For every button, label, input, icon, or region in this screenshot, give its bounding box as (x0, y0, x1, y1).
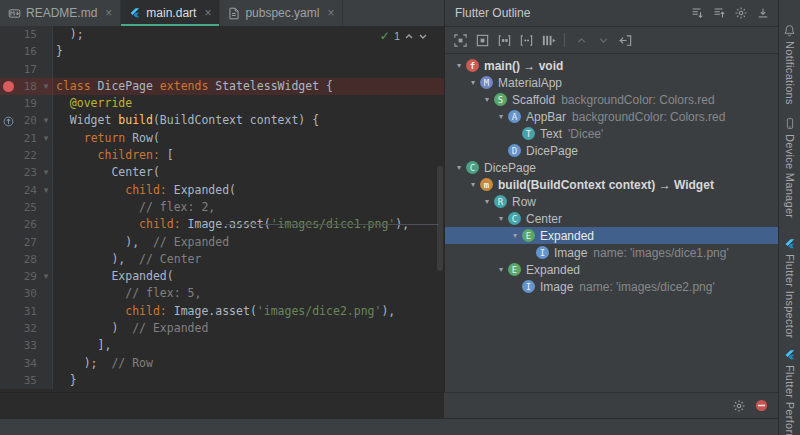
line-number[interactable]: 30 (16, 285, 40, 302)
code-line-25[interactable]: 25 // flex: 2, (0, 199, 444, 216)
fold-chevron-icon[interactable]: ▾ (40, 112, 52, 129)
outline-node-appbar[interactable]: ▾AAppBarbackgroundColor: Colors.red (445, 108, 779, 125)
line-number[interactable]: 34 (16, 355, 40, 372)
wrap-with-row-icon[interactable] (494, 31, 514, 49)
editor-gutter[interactable]: 30 (0, 285, 53, 302)
expand-chevron-icon[interactable]: ▾ (453, 163, 465, 172)
line-number[interactable]: 32 (16, 320, 40, 337)
outline-node-build-buildcontext-context-widget[interactable]: ▾mbuild(BuildContext context) → Widget (445, 176, 779, 193)
code-line-16[interactable]: 16} (0, 43, 444, 60)
line-number[interactable]: 35 (16, 372, 40, 389)
settings-gear-icon[interactable] (731, 4, 751, 22)
tab-readme-md[interactable]: README.md× (0, 0, 121, 26)
code-line-32[interactable]: 32 ) // Expanded (0, 320, 444, 337)
wrap-with-column-icon[interactable] (516, 31, 536, 49)
expand-chevron-icon[interactable]: ▾ (481, 197, 493, 206)
center-widget-icon[interactable] (450, 31, 470, 49)
expand-chevron-icon[interactable]: ▾ (467, 78, 479, 87)
close-tab-icon[interactable]: × (204, 7, 211, 19)
outline-node-row[interactable]: ▾RRow (445, 193, 779, 210)
line-number[interactable]: 15 (16, 26, 40, 43)
sidebar-item-flutter-inspector[interactable]: Flutter Inspector (784, 238, 796, 339)
editor-gutter[interactable]: 21▾ (0, 130, 53, 147)
move-down-icon[interactable] (593, 31, 613, 49)
editor-gutter[interactable]: 31 (0, 303, 53, 320)
line-number[interactable]: 24 (16, 182, 40, 199)
fold-chevron-icon[interactable]: ▾ (40, 268, 52, 285)
outline-node-dicepage[interactable]: DDicePage (445, 142, 779, 159)
hide-panel-icon[interactable] (753, 4, 773, 22)
editor-gutter[interactable]: 20▾ (0, 112, 53, 129)
outline-node-scaffold[interactable]: ▾SScaffoldbackgroundColor: Colors.red (445, 91, 779, 108)
line-number[interactable]: 23 (16, 164, 40, 181)
extract-widget-icon[interactable] (615, 31, 635, 49)
outline-node-center[interactable]: ▾CCenter (445, 210, 779, 227)
code-line-20[interactable]: 20▾ Widget build(BuildContext context) { (0, 112, 444, 129)
outline-node-main-void[interactable]: ▾fmain() → void (445, 57, 779, 74)
line-number[interactable]: 28 (16, 251, 40, 268)
padding-icon[interactable] (472, 31, 492, 49)
editor-gutter[interactable]: 18▾ (0, 78, 53, 95)
fold-chevron-icon[interactable]: ▾ (40, 164, 52, 181)
code-line-22[interactable]: 22 children: [ (0, 147, 444, 164)
code-editor[interactable]: 15 );16}1718▾class DicePage extends Stat… (0, 26, 444, 392)
line-number[interactable]: 33 (16, 337, 40, 354)
close-tab-icon[interactable]: × (105, 7, 112, 19)
line-number[interactable]: 17 (16, 61, 40, 78)
editor-gutter[interactable]: 32 (0, 320, 53, 337)
expand-chevron-icon[interactable]: ▾ (495, 112, 507, 121)
line-number[interactable]: 29 (16, 268, 40, 285)
editor-gutter[interactable]: 33 (0, 337, 53, 354)
code-line-19[interactable]: 19 @override (0, 95, 444, 112)
code-line-31[interactable]: 31 child: Image.asset('images/dice2.png'… (0, 303, 444, 320)
code-line-15[interactable]: 15 ); (0, 26, 444, 43)
breakpoint-icon[interactable] (0, 81, 16, 92)
line-number[interactable]: 26 (16, 216, 40, 233)
editor-gutter[interactable]: 15 (0, 26, 53, 43)
editor-gutter[interactable]: 17 (0, 61, 53, 78)
expand-all-icon[interactable] (687, 4, 707, 22)
editor-scrollbar[interactable] (437, 166, 443, 271)
line-number[interactable]: 21 (16, 130, 40, 147)
sidebar-item-device-manager[interactable]: Device Manager (784, 117, 796, 218)
sidebar-item-notifications[interactable]: Notifications (783, 24, 796, 105)
fold-chevron-icon[interactable]: ▾ (40, 130, 52, 147)
editor-gutter[interactable]: 25 (0, 199, 53, 216)
settings-gear-icon[interactable] (732, 399, 746, 413)
editor-gutter[interactable]: 35 (0, 372, 53, 389)
outline-node-expanded[interactable]: ▾EExpanded (445, 227, 779, 244)
outline-node-expanded[interactable]: ▾EExpanded (445, 261, 779, 278)
tab-pubspec-yaml[interactable]: pubspec.yaml× (220, 0, 343, 26)
editor-gutter[interactable]: 16 (0, 43, 53, 60)
code-line-21[interactable]: 21▾ return Row( (0, 130, 444, 147)
code-line-28[interactable]: 28 ), // Center (0, 251, 444, 268)
fold-chevron-icon[interactable]: ▾ (40, 182, 52, 199)
code-line-35[interactable]: 35 } (0, 372, 444, 389)
line-number[interactable]: 27 (16, 234, 40, 251)
editor-gutter[interactable]: 28 (0, 251, 53, 268)
editor-gutter[interactable]: 27 (0, 234, 53, 251)
line-number[interactable]: 16 (16, 43, 40, 60)
editor-gutter[interactable]: 22 (0, 147, 53, 164)
outline-node-image[interactable]: IImagename: 'images/dice1.png' (445, 244, 779, 261)
move-up-icon[interactable] (571, 31, 591, 49)
code-line-24[interactable]: 24▾ child: Expanded( (0, 182, 444, 199)
line-number[interactable]: 19 (16, 95, 40, 112)
inspection-widget[interactable]: ✓ 1 (380, 29, 428, 43)
line-number[interactable]: 22 (16, 147, 40, 164)
line-number[interactable]: 18 (16, 78, 40, 95)
editor-gutter[interactable]: 24▾ (0, 182, 53, 199)
expand-chevron-icon[interactable]: ▾ (453, 61, 465, 70)
override-marker-icon[interactable] (0, 116, 16, 127)
editor-gutter[interactable]: 26 (0, 216, 53, 233)
code-line-34[interactable]: 34 ); // Row (0, 355, 444, 372)
next-problem-icon[interactable] (418, 32, 428, 41)
line-number[interactable]: 31 (16, 303, 40, 320)
tab-main-dart[interactable]: main.dart× (121, 0, 220, 26)
code-line-23[interactable]: 23▾ Center( (0, 164, 444, 181)
outline-node-materialapp[interactable]: ▾MMaterialApp (445, 74, 779, 91)
line-number[interactable]: 20 (16, 112, 40, 129)
stop-icon[interactable] (755, 399, 768, 412)
editor-gutter[interactable]: 19 (0, 95, 53, 112)
code-line-27[interactable]: 27 ), // Expanded (0, 234, 444, 251)
